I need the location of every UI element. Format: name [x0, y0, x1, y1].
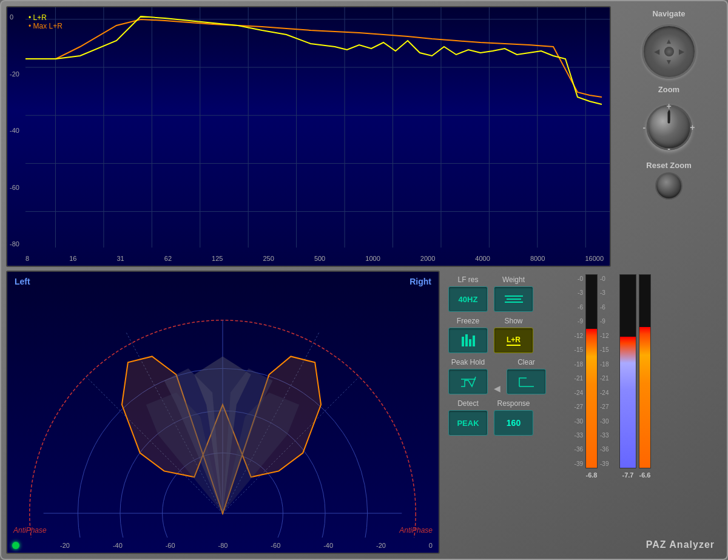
mr-33: -33	[600, 432, 617, 439]
center-meter-value: -7.7	[622, 471, 634, 479]
legend-lr: • L+R	[29, 13, 62, 22]
detect-response-row: Detect PEAK Response 160	[448, 399, 554, 436]
mr-36: -36	[600, 446, 617, 453]
sx-20b: -20	[376, 542, 386, 549]
sx-20a: -20	[60, 542, 70, 549]
ml-6: -6	[566, 304, 583, 311]
spectrum-x-labels: 8 16 31 62 125 250 500 1000 2000 4000 80…	[25, 255, 604, 262]
stereo-x-labels: 0 -20 -40 -60 -80 -60 -40 -20 0	[13, 542, 433, 549]
freeze-group: Freeze	[448, 317, 488, 353]
mr-15: -15	[600, 346, 617, 353]
response-label: Response	[497, 399, 530, 408]
left-meter-value: -6.8	[586, 471, 598, 479]
legend-max-lr: • Max L+R	[29, 22, 62, 30]
arrow-right: ◀	[494, 383, 500, 393]
x-label-62: 62	[164, 255, 172, 262]
buttons-section: LF res 40HZ Weight	[443, 271, 559, 554]
response-display: 160	[494, 410, 533, 436]
clear-group: Clear	[507, 358, 546, 394]
x-label-31: 31	[116, 255, 124, 262]
detect-label: Detect	[457, 399, 479, 408]
right-meter-column: -6.6	[639, 274, 651, 479]
sx-40b: -40	[323, 542, 333, 549]
mr-3: -3	[600, 289, 617, 296]
x-label-16: 16	[69, 255, 76, 262]
ml-15: -15	[566, 346, 583, 353]
stereo-display: Left Right AntiPhase AntiPhase	[6, 271, 440, 554]
zoom-knob-container: + - - +	[642, 100, 696, 155]
peakhold-group: Peak Hold	[448, 358, 488, 394]
weight-group: Weight	[494, 275, 533, 312]
paz-title: PAZ Analyzer	[646, 539, 715, 550]
freeze-icon	[462, 334, 475, 346]
stereo-svg	[7, 272, 439, 538]
sx-60a: -60	[166, 542, 175, 549]
spectrum-svg	[7, 7, 610, 248]
lf-res-label: LF res	[457, 275, 478, 284]
x-label-8: 8	[25, 255, 29, 262]
detect-group: Detect PEAK	[448, 399, 488, 436]
y-label-40: -40	[10, 127, 19, 134]
reset-zoom-button[interactable]	[655, 172, 682, 200]
weight-button[interactable]	[494, 286, 533, 312]
show-button[interactable]: L+R	[494, 328, 533, 353]
y-label-60: -60	[10, 184, 19, 191]
mr-6: -6	[600, 304, 617, 311]
x-label-8000: 8000	[530, 255, 545, 262]
spectrum-display: 0 -20 -40 -60 -80 8 16 31 62 125 250 500…	[6, 6, 611, 267]
left-meter-bar	[585, 274, 598, 468]
right-meter-value: -6.6	[639, 471, 651, 479]
mr-12: -12	[600, 332, 617, 339]
meter-labels: -0 -3 -6 -9 -12 -15 -18 -21 -24 -27 -30 …	[566, 274, 583, 468]
freeze-button[interactable]	[448, 328, 488, 353]
x-label-1000: 1000	[365, 255, 380, 262]
ml-21: -21	[566, 375, 583, 382]
reset-zoom-label: Reset Zoom	[646, 161, 691, 170]
weight-icon	[505, 295, 523, 303]
ml-27: -27	[566, 403, 583, 410]
show-label: Show	[504, 317, 522, 325]
lf-res-button[interactable]: 40HZ	[448, 286, 488, 312]
x-label-250: 250	[263, 255, 274, 262]
clear-icon	[518, 376, 535, 388]
show-value: L+R	[507, 336, 521, 346]
peakhold-button[interactable]	[448, 369, 488, 394]
status-led	[12, 542, 19, 549]
zoom-plus-top: +	[666, 101, 671, 111]
center-meter-fill	[620, 337, 636, 468]
peakhold-label: Peak Hold	[451, 358, 485, 366]
y-label-20: -20	[10, 70, 19, 78]
spectrum-legend: • L+R • Max L+R	[29, 13, 62, 30]
sx-60b: -60	[271, 542, 280, 549]
ml-39: -39	[566, 460, 583, 467]
freeze-label: Freeze	[457, 317, 479, 325]
ml-0: -0	[566, 275, 583, 282]
mr-21: -21	[600, 375, 617, 382]
clear-button[interactable]	[507, 369, 546, 394]
lf-res-group: LF res 40HZ	[448, 275, 488, 312]
mr-30: -30	[600, 418, 617, 425]
mr-24: -24	[600, 390, 617, 396]
clear-label: Clear	[517, 358, 535, 366]
detect-button[interactable]: PEAK	[448, 410, 488, 436]
ml-12: -12	[566, 332, 583, 339]
sx-80: -80	[218, 542, 228, 549]
mr-18: -18	[600, 361, 617, 368]
meter-labels-right: -0 -3 -6 -9 -12 -15 -18 -21 -24 -27 -30 …	[600, 274, 617, 468]
meters-section: -0 -3 -6 -9 -12 -15 -18 -21 -24 -27 -30 …	[562, 271, 655, 554]
top-section: 0 -20 -40 -60 -80 8 16 31 62 125 250 500…	[6, 6, 722, 267]
y-label-0: 0	[10, 13, 19, 21]
zoom-minus-bottom: -	[667, 144, 670, 153]
freeze-show-row: Freeze Show L+R	[448, 317, 554, 353]
sx-40a: -40	[113, 542, 123, 549]
show-group: Show L+R	[494, 317, 533, 353]
navigate-pad[interactable]: ▲ ◀ ▶ ▼	[642, 24, 696, 79]
ml-33: -33	[566, 432, 583, 439]
controls-panel: LF res 40HZ Weight	[443, 271, 722, 554]
bottom-section: Left Right AntiPhase AntiPhase	[6, 271, 722, 554]
arrow-indicator: ◀	[494, 358, 500, 394]
right-meter-bar	[639, 274, 651, 468]
ml-30: -30	[566, 418, 583, 425]
x-label-125: 125	[212, 255, 223, 262]
zoom-label: Zoom	[658, 85, 679, 94]
